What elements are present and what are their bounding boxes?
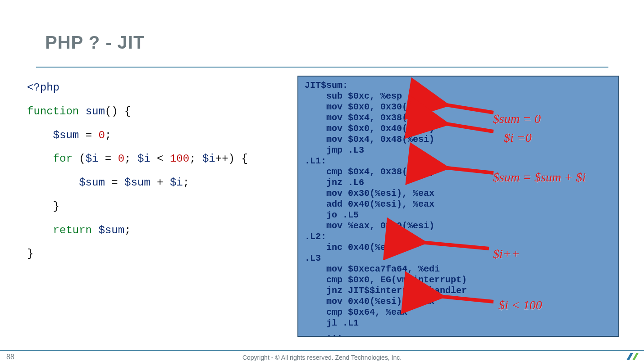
annotation-i-lt: $i < 100	[498, 298, 542, 312]
arrow-sum-add	[437, 161, 496, 176]
slide: PHP ? - JIT <?php function sum() { $sum …	[0, 0, 644, 362]
svg-line-2	[443, 167, 493, 173]
zend-logo-icon	[626, 352, 639, 361]
arrow-sum-zero	[437, 98, 496, 116]
title-underline	[36, 67, 608, 68]
annotation-i-zero: $i =0	[504, 131, 532, 145]
annotation-sum-add: $sum = $sum + $i	[493, 170, 586, 185]
annotation-sum-zero: $sum = 0	[493, 112, 541, 126]
php-source: <?php function sum() { $sum = 0; for ($i…	[27, 82, 248, 260]
svg-line-0	[443, 104, 493, 113]
svg-line-3	[421, 242, 489, 249]
arrow-i-inc	[415, 237, 491, 252]
svg-line-1	[443, 123, 493, 131]
slide-title: PHP ? - JIT	[45, 32, 145, 53]
copyright: Copyright - © All rights reserved. Zend …	[0, 354, 644, 361]
arrow-i-zero	[437, 117, 496, 135]
annotation-i-inc: $i++	[493, 247, 520, 261]
arrow-i-lt	[433, 290, 496, 305]
footer-divider	[0, 350, 644, 351]
svg-line-4	[439, 296, 493, 302]
